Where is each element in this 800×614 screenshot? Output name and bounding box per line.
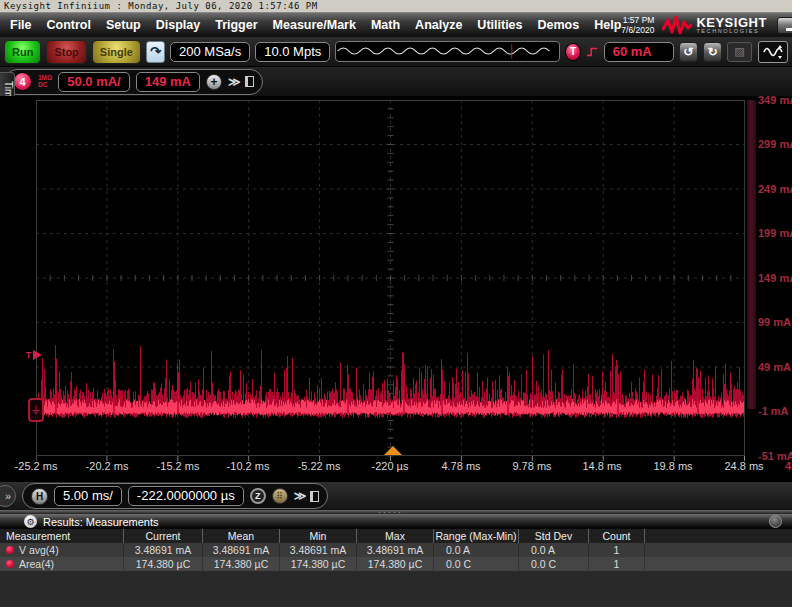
minimize-button[interactable] — [777, 17, 792, 34]
clock-date: 7/6/2020 — [621, 25, 654, 35]
menu-control[interactable]: Control — [47, 18, 91, 32]
autoscale-button[interactable] — [758, 41, 788, 63]
results-empty-area — [0, 571, 792, 607]
menu-trigger[interactable]: Trigger — [215, 18, 257, 32]
channel-coupling-mode: DC — [38, 82, 52, 89]
row-name: Area(4) — [19, 558, 54, 570]
channel4-coupling: 1MΩ DC — [38, 75, 52, 88]
redo-button[interactable]: ↻ — [703, 42, 722, 62]
menu-math[interactable]: Math — [371, 18, 400, 32]
trigger-edge-icon — [586, 45, 599, 58]
horizontal-popout-icon[interactable] — [310, 491, 319, 502]
v-axis-label: 299 mA — [758, 138, 792, 150]
t-axis-label: -20.2 ms — [86, 460, 129, 472]
measurement-dot-icon — [6, 546, 14, 554]
menu-measure-mark[interactable]: Measure/Mark — [273, 18, 356, 32]
memory-depth-field[interactable]: 10.0 Mpts — [255, 42, 330, 62]
channel4-offset-field[interactable]: 149 mA — [136, 72, 200, 92]
menu-analyze[interactable]: Analyze — [415, 18, 462, 32]
trigger-level-arrow-icon — [33, 350, 42, 360]
undo-icon: ↺ — [683, 45, 693, 59]
col-current[interactable]: Current — [124, 529, 203, 543]
t-axis-label: -15.2 ms — [157, 460, 200, 472]
results-header-row: Measurement Current Mean Min Max Range (… — [0, 529, 792, 543]
waveform-canvas[interactable] — [37, 101, 744, 455]
t-axis-label: -25.2 ms — [15, 460, 58, 472]
menu-utilities[interactable]: Utilities — [477, 18, 522, 32]
trigger-level-field[interactable]: 60 mA — [604, 42, 674, 62]
channel4-ground-marker-icon[interactable]: ⏚ — [28, 398, 44, 422]
channel4-right-indicator: 4 — [785, 460, 791, 472]
timebase-scale-field[interactable]: 5.00 ms/ — [54, 486, 122, 506]
oscilloscope-app: Keysight Infiniium : Monday, July 06, 20… — [0, 0, 792, 607]
menu-bar: File Control Setup Display Trigger Measu… — [0, 12, 792, 37]
row-count: 1 — [589, 543, 645, 557]
channel4-badge[interactable]: 4 — [13, 72, 32, 91]
timebase-position-field[interactable]: -222.0000000 µs — [128, 486, 244, 506]
row-current: 174.380 µC — [124, 557, 203, 571]
col-filler — [645, 529, 792, 543]
col-range[interactable]: Range (Max-Min) — [434, 529, 519, 543]
display-mode-icon[interactable]: ▨ — [727, 42, 752, 62]
col-mean[interactable]: Mean — [203, 529, 280, 543]
clock-time: 1:57 PM — [621, 15, 654, 25]
t-axis-label: 4.78 ms — [441, 460, 480, 472]
row-current: 3.48691 mA — [124, 543, 203, 557]
touch-mode-button[interactable]: ↷ — [146, 41, 165, 63]
v-axis-label: 99 mA — [758, 316, 791, 328]
t-axis-label: -5.22 ms — [298, 460, 341, 472]
trigger-time-marker-icon[interactable] — [384, 446, 402, 455]
brand-subtitle: TECHNOLOGIES — [696, 29, 766, 35]
sample-rate-field[interactable]: 200 MSa/s — [170, 42, 250, 62]
col-count[interactable]: Count — [589, 529, 645, 543]
row-min: 174.380 µC — [280, 557, 357, 571]
channel-popout-icon[interactable] — [245, 76, 254, 87]
results-panel-button[interactable] — [769, 515, 782, 528]
results-panel: ····· ⚙ Results: Measurements Measuremen… — [0, 510, 792, 607]
channel-scale-bar — [747, 100, 756, 409]
v-axis-label: -1 mA — [758, 405, 789, 417]
menu-help[interactable]: Help — [594, 18, 621, 32]
t-axis-label: 14.8 ms — [582, 460, 621, 472]
run-button[interactable]: Run — [4, 40, 41, 64]
row-range: 0.0 C — [434, 557, 519, 571]
col-max[interactable]: Max — [357, 529, 434, 543]
row-mean: 174.380 µC — [203, 557, 280, 571]
grab-handle-button[interactable]: ⠿ — [272, 488, 288, 504]
col-measurement[interactable]: Measurement — [0, 529, 124, 543]
clock: 1:57 PM 7/6/2020 — [621, 15, 654, 35]
row-max: 3.48691 mA — [357, 543, 434, 557]
channel4-scale-field[interactable]: 50.0 mA/ — [58, 72, 129, 92]
undo-button[interactable]: ↺ — [679, 42, 698, 62]
channel4-group: 4 1MΩ DC 50.0 mA/ 149 mA + ≫ — [4, 69, 263, 95]
v-axis-label: 249 mA — [758, 183, 792, 195]
add-channel-button[interactable]: + — [206, 74, 222, 90]
row-max: 174.380 µC — [357, 557, 434, 571]
col-min[interactable]: Min — [280, 529, 357, 543]
menu-demos[interactable]: Demos — [538, 18, 580, 32]
scope-display: 349 mA 299 mA 249 mA 199 mA 149 mA 99 mA… — [0, 96, 792, 481]
horizontal-badge[interactable]: H — [31, 488, 48, 505]
brand-name: KEYSIGHT — [696, 16, 766, 29]
zoom-button[interactable]: Z — [250, 488, 266, 504]
channel-expand-chevron[interactable]: ≫ — [228, 75, 239, 89]
stop-button[interactable]: Stop — [46, 40, 86, 64]
t-axis-label: 19.8 ms — [653, 460, 692, 472]
waveform-preview[interactable] — [335, 41, 560, 62]
menu-setup[interactable]: Setup — [106, 18, 141, 32]
menu-display[interactable]: Display — [156, 18, 200, 32]
single-button[interactable]: Single — [92, 40, 141, 64]
row-count: 1 — [589, 557, 645, 571]
table-row[interactable]: V avg(4) 3.48691 mA 3.48691 mA 3.48691 m… — [0, 543, 792, 557]
gear-icon[interactable]: ⚙ — [24, 515, 37, 528]
trigger-source-icon[interactable]: T — [565, 43, 581, 61]
trigger-level-marker[interactable]: T — [26, 350, 42, 360]
collapse-panel-button[interactable]: » — [0, 485, 16, 507]
horizontal-expand-chevron[interactable]: ≫ — [294, 489, 305, 503]
menu-items: File Control Setup Display Trigger Measu… — [0, 18, 621, 32]
row-stddev: 0.0 A — [519, 543, 589, 557]
menu-file[interactable]: File — [10, 18, 32, 32]
t-axis-label: -10.2 ms — [227, 460, 270, 472]
col-stddev[interactable]: Std Dev — [519, 529, 589, 543]
table-row[interactable]: Area(4) 174.380 µC 174.380 µC 174.380 µC… — [0, 557, 792, 571]
